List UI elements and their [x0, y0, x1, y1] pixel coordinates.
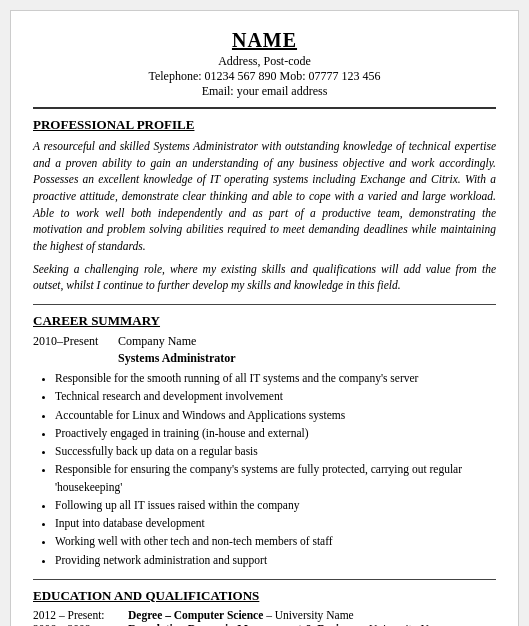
- edu-detail-1: Degree – Computer Science – University N…: [128, 609, 496, 621]
- profile-paragraph-1: A resourceful and skilled Systems Admini…: [33, 138, 496, 255]
- career-summary-title: CAREER SUMMARY: [33, 313, 496, 329]
- bullet-item: Input into database development: [55, 515, 496, 532]
- career-bullet-list: Responsible for the smooth running of al…: [33, 370, 496, 569]
- bullet-item: Working well with other tech and non-tec…: [55, 533, 496, 550]
- bullet-item: Responsible for the smooth running of al…: [55, 370, 496, 387]
- edu-year-1: 2012 – Present:: [33, 609, 128, 621]
- header-email: Email: your email address: [33, 84, 496, 99]
- bullet-item: Providing network administration and sup…: [55, 552, 496, 569]
- bullet-item: Following up all IT issues raised within…: [55, 497, 496, 514]
- career-job-title: Systems Administrator: [118, 351, 496, 366]
- professional-profile-section: PROFESSIONAL PROFILE A resourceful and s…: [33, 117, 496, 294]
- edu-bold-1: Degree – Computer Science: [128, 609, 263, 621]
- career-company: Company Name: [118, 334, 196, 349]
- divider-1: [33, 304, 496, 305]
- education-section: EDUCATION AND QUALIFICATIONS 2012 – Pres…: [33, 588, 496, 626]
- divider-2: [33, 579, 496, 580]
- career-entry-row: 2010–Present Company Name: [33, 334, 496, 349]
- profile-paragraph-2: Seeking a challenging role, where my exi…: [33, 261, 496, 294]
- bullet-item: Technical research and development invol…: [55, 388, 496, 405]
- header-address: Address, Post-code: [33, 54, 496, 69]
- bullet-item: Successfully back up data on a regular b…: [55, 443, 496, 460]
- header-name: NAME: [33, 29, 496, 52]
- career-summary-section: CAREER SUMMARY 2010–Present Company Name…: [33, 313, 496, 569]
- bullet-item: Accountable for Linux and Windows and Ap…: [55, 407, 496, 424]
- career-year: 2010–Present: [33, 334, 118, 349]
- bullet-item: Proactively engaged in training (in-hous…: [55, 425, 496, 442]
- header-section: NAME Address, Post-code Telephone: 01234…: [33, 29, 496, 109]
- bullet-item: Responsible for ensuring the company's s…: [55, 461, 496, 496]
- header-phone: Telephone: 01234 567 890 Mob: 07777 123 …: [33, 69, 496, 84]
- edu-row-1: 2012 – Present: Degree – Computer Scienc…: [33, 609, 496, 621]
- resume-container: NAME Address, Post-code Telephone: 01234…: [10, 10, 519, 626]
- professional-profile-title: PROFESSIONAL PROFILE: [33, 117, 496, 133]
- education-title: EDUCATION AND QUALIFICATIONS: [33, 588, 496, 604]
